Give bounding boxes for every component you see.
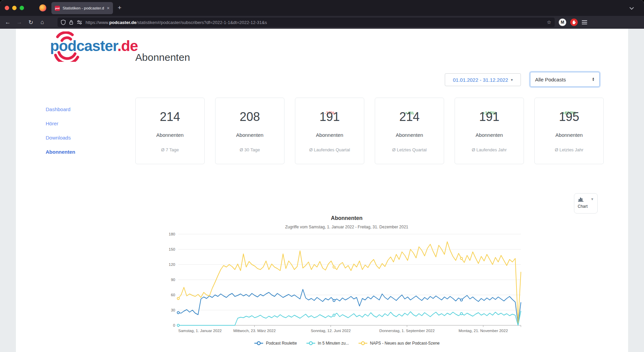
legend-marker-icon — [306, 341, 316, 345]
sidebar-item-hoerer[interactable]: Hörer — [46, 121, 120, 126]
data-point-marker[interactable] — [177, 311, 179, 313]
card-value: 214 — [375, 110, 444, 124]
y-tick-label: 150 — [169, 247, 175, 251]
card-value: 208 — [215, 110, 284, 124]
subscribers-chart: Abonnenten Zugriffe vom Samstag, 1. Janu… — [152, 215, 541, 352]
url-text[interactable]: https://www.podcaster.de/statistiken#/po… — [86, 20, 544, 25]
y-tick-label: 180 — [169, 232, 175, 236]
card-caption: Ø Laufendes Jahr — [455, 147, 524, 152]
sidebar-item-downloads[interactable]: Downloads — [46, 135, 120, 141]
chart-subtitle: Zugriffe vom Samstag, 1. Januar 2022 - F… — [152, 225, 541, 229]
permissions-icon[interactable] — [77, 20, 82, 24]
podcast-select-value: Alle Podcasts — [535, 77, 592, 82]
x-tick-label: Mittwoch, 23. März 2022 — [233, 329, 276, 333]
data-point-marker[interactable] — [333, 314, 335, 316]
card-label: Abonnenten — [375, 132, 444, 138]
traffic-light-close-button[interactable] — [5, 6, 9, 10]
traffic-light-zoom-button[interactable] — [20, 6, 24, 10]
card-caption: Ø Letztes Jahr — [535, 147, 603, 152]
data-point-marker[interactable] — [460, 257, 462, 259]
legend-marker-icon — [254, 341, 264, 345]
caret-down-icon: ▼ — [591, 197, 594, 201]
tab-title: Statistiken - podcaster.de — [63, 6, 104, 10]
home-button[interactable]: ⌂ — [37, 19, 48, 26]
browser-tab[interactable]: pod Statistiken - podcaster.de × — [51, 2, 113, 14]
legend-item[interactable]: NAPS - Neues aus der Podcast-Szene — [358, 341, 440, 346]
chart-title: Abonnenten — [152, 215, 541, 221]
legend-item[interactable]: In 5 Minuten zu... — [306, 341, 349, 346]
browser-window: pod Statistiken - podcaster.de × + ← → ↻… — [0, 0, 644, 352]
sidebar-nav: Dashboard Hörer Downloads Abonnenten — [46, 106, 120, 163]
series-line — [178, 290, 521, 325]
date-range-button[interactable]: 01.01.2022 - 31.12.2022 ▾ — [445, 73, 521, 86]
y-tick-label: 60 — [171, 293, 175, 297]
card-value: 191 — [455, 110, 524, 124]
tracking-shield-icon[interactable] — [61, 20, 66, 25]
stat-cards-row: 214 Abonnenten Ø 7 Tage 208 Abonnenten Ø… — [135, 98, 604, 164]
card-label: Abonnenten — [535, 132, 603, 138]
y-tick-label: 90 — [171, 278, 175, 282]
sidebar-item-dashboard[interactable]: Dashboard — [46, 106, 120, 112]
chart-legend: Podcast RouletteIn 5 Minuten zu...NAPS -… — [152, 341, 541, 346]
card-caption: Ø 7 Tage — [136, 147, 204, 152]
menu-hamburger-icon[interactable] — [582, 19, 587, 25]
card-value: 195 — [535, 110, 603, 124]
legend-marker-icon — [358, 341, 368, 345]
bar-chart-icon — [578, 197, 584, 202]
extension-m-icon[interactable]: M — [559, 19, 566, 26]
card-label: Abonnenten — [295, 132, 364, 138]
y-tick-label: 30 — [171, 308, 175, 312]
stat-card-letztes-jahr: +650% 195 Abonnenten Ø Letztes Jahr — [534, 98, 604, 164]
bookmark-star-icon[interactable]: ☆ — [547, 19, 551, 25]
forward-button[interactable]: → — [14, 19, 25, 26]
data-point-marker[interactable] — [177, 324, 179, 326]
legend-label: Podcast Roulette — [266, 341, 297, 346]
select-arrows-icon: ▲▼ — [592, 77, 595, 81]
url-domain: podcaster.de — [109, 20, 136, 25]
legend-label: NAPS - Neues aus der Podcast-Szene — [370, 341, 440, 346]
stat-card-30-tage: 208 Abonnenten Ø 30 Tage — [215, 98, 284, 164]
card-caption: Ø Laufendes Quartal — [295, 147, 364, 152]
logo-text-tld: .de — [117, 37, 138, 54]
card-caption: Ø Letztes Quartal — [375, 147, 444, 152]
new-tab-button[interactable]: + — [118, 4, 121, 11]
url-prefix: https://www. — [86, 20, 109, 25]
caret-down-icon: ▾ — [511, 78, 513, 82]
data-point-marker[interactable] — [333, 266, 335, 268]
stat-card-letztes-quartal: +4% 214 Abonnenten Ø Letztes Quartal — [375, 98, 444, 164]
data-point-marker[interactable] — [177, 297, 179, 299]
chart-plot-area[interactable]: 0306090120150180Samstag, 1. Januar 2022M… — [152, 231, 541, 336]
series-line — [178, 311, 521, 325]
x-tick-label: Montag, 21. November 2022 — [459, 329, 508, 333]
data-point-marker[interactable] — [460, 312, 462, 315]
date-range-value: 01.01.2022 - 31.12.2022 — [453, 77, 508, 83]
podcaster-logo[interactable]: podcaster.de — [44, 31, 132, 62]
chart-type-label: Chart — [578, 204, 594, 209]
data-point-marker[interactable] — [460, 299, 462, 301]
back-button[interactable]: ← — [2, 19, 14, 26]
data-point-marker[interactable] — [333, 299, 335, 301]
legend-label: In 5 Minuten zu... — [318, 341, 349, 346]
logo-text-main: podcaster — [50, 37, 117, 54]
firefox-icon — [39, 4, 46, 11]
podcast-select[interactable]: Alle Podcasts ▲▼ — [530, 72, 600, 87]
navigation-bar: ← → ↻ ⌂ https://www.podcaster.de/statist… — [0, 16, 644, 29]
legend-item[interactable]: Podcast Roulette — [254, 341, 297, 346]
stat-card-laufendes-quartal: -17% 191 Abonnenten Ø Laufendes Quartal — [295, 98, 364, 164]
y-tick-label: 120 — [169, 262, 175, 267]
sidebar-item-abonnenten[interactable]: Abonnenten — [46, 149, 120, 155]
x-tick-label: Donnerstag, 1. September 2022 — [379, 329, 435, 333]
url-bar[interactable]: https://www.podcaster.de/statistiken#/po… — [58, 18, 555, 27]
series-line — [178, 242, 521, 323]
card-label: Abonnenten — [455, 132, 524, 138]
content-container: podcaster.de Dashboard Hörer Downloads A… — [16, 29, 628, 352]
reload-button[interactable]: ↻ — [25, 19, 37, 26]
y-tick-label: 0 — [173, 323, 175, 327]
chart-type-button[interactable]: ▼ Chart — [574, 193, 598, 213]
tab-close-icon[interactable]: × — [107, 5, 110, 11]
traffic-light-minimize-button[interactable] — [12, 6, 17, 10]
x-tick-label: Sonntag, 12. Juni 2022 — [311, 329, 351, 333]
lock-icon[interactable] — [69, 20, 73, 25]
tab-overflow-chevron-icon[interactable] — [629, 5, 634, 10]
extension-blocker-hand-icon[interactable] — [570, 19, 578, 26]
